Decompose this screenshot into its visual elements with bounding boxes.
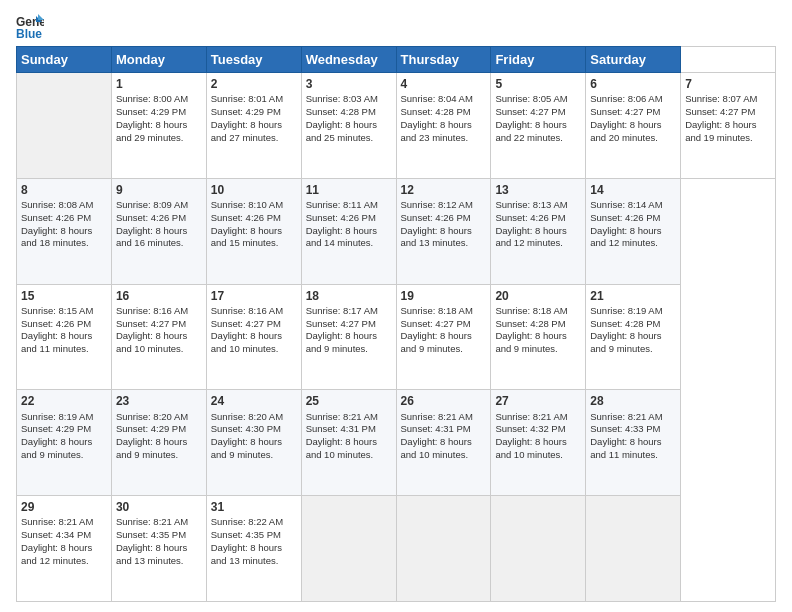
day-number: 4 (401, 76, 487, 92)
sunset-text: Sunset: 4:35 PM (211, 529, 281, 540)
calendar-cell: 25Sunrise: 8:21 AMSunset: 4:31 PMDayligh… (301, 390, 396, 496)
daylight-text: Daylight: 8 hours and 10 minutes. (306, 436, 377, 460)
sunset-text: Sunset: 4:29 PM (116, 423, 186, 434)
calendar-cell: 9Sunrise: 8:09 AMSunset: 4:26 PMDaylight… (111, 178, 206, 284)
sunrise-text: Sunrise: 8:20 AM (116, 411, 188, 422)
sunrise-text: Sunrise: 8:00 AM (116, 93, 188, 104)
calendar-cell: 23Sunrise: 8:20 AMSunset: 4:29 PMDayligh… (111, 390, 206, 496)
calendar-cell: 18Sunrise: 8:17 AMSunset: 4:27 PMDayligh… (301, 284, 396, 390)
weekday-header-tuesday: Tuesday (206, 47, 301, 73)
day-number: 8 (21, 182, 107, 198)
sunset-text: Sunset: 4:31 PM (401, 423, 471, 434)
sunrise-text: Sunrise: 8:09 AM (116, 199, 188, 210)
sunrise-text: Sunrise: 8:10 AM (211, 199, 283, 210)
daylight-text: Daylight: 8 hours and 22 minutes. (495, 119, 566, 143)
sunset-text: Sunset: 4:26 PM (495, 212, 565, 223)
calendar-cell (301, 496, 396, 602)
sunset-text: Sunset: 4:26 PM (590, 212, 660, 223)
calendar-cell: 7Sunrise: 8:07 AMSunset: 4:27 PMDaylight… (681, 73, 776, 179)
calendar-cell: 17Sunrise: 8:16 AMSunset: 4:27 PMDayligh… (206, 284, 301, 390)
day-number: 6 (590, 76, 676, 92)
daylight-text: Daylight: 8 hours and 9 minutes. (21, 436, 92, 460)
calendar-cell: 5Sunrise: 8:05 AMSunset: 4:27 PMDaylight… (491, 73, 586, 179)
daylight-text: Daylight: 8 hours and 13 minutes. (116, 542, 187, 566)
day-number: 12 (401, 182, 487, 198)
weekday-header-thursday: Thursday (396, 47, 491, 73)
daylight-text: Daylight: 8 hours and 27 minutes. (211, 119, 282, 143)
sunset-text: Sunset: 4:28 PM (401, 106, 471, 117)
daylight-text: Daylight: 8 hours and 13 minutes. (211, 542, 282, 566)
calendar-cell (586, 496, 681, 602)
sunrise-text: Sunrise: 8:07 AM (685, 93, 757, 104)
sunrise-text: Sunrise: 8:18 AM (495, 305, 567, 316)
calendar-cell: 14Sunrise: 8:14 AMSunset: 4:26 PMDayligh… (586, 178, 681, 284)
sunrise-text: Sunrise: 8:22 AM (211, 516, 283, 527)
sunrise-text: Sunrise: 8:19 AM (21, 411, 93, 422)
calendar-cell: 12Sunrise: 8:12 AMSunset: 4:26 PMDayligh… (396, 178, 491, 284)
calendar-cell: 30Sunrise: 8:21 AMSunset: 4:35 PMDayligh… (111, 496, 206, 602)
calendar-cell: 2Sunrise: 8:01 AMSunset: 4:29 PMDaylight… (206, 73, 301, 179)
daylight-text: Daylight: 8 hours and 9 minutes. (116, 436, 187, 460)
day-number: 13 (495, 182, 581, 198)
daylight-text: Daylight: 8 hours and 16 minutes. (116, 225, 187, 249)
daylight-text: Daylight: 8 hours and 9 minutes. (306, 330, 377, 354)
sunset-text: Sunset: 4:30 PM (211, 423, 281, 434)
sunrise-text: Sunrise: 8:20 AM (211, 411, 283, 422)
sunrise-text: Sunrise: 8:21 AM (401, 411, 473, 422)
day-number: 11 (306, 182, 392, 198)
daylight-text: Daylight: 8 hours and 14 minutes. (306, 225, 377, 249)
sunrise-text: Sunrise: 8:12 AM (401, 199, 473, 210)
sunset-text: Sunset: 4:27 PM (211, 318, 281, 329)
calendar-week-row: 15Sunrise: 8:15 AMSunset: 4:26 PMDayligh… (17, 284, 776, 390)
calendar-cell: 15Sunrise: 8:15 AMSunset: 4:26 PMDayligh… (17, 284, 112, 390)
calendar-cell: 11Sunrise: 8:11 AMSunset: 4:26 PMDayligh… (301, 178, 396, 284)
calendar-cell: 24Sunrise: 8:20 AMSunset: 4:30 PMDayligh… (206, 390, 301, 496)
sunset-text: Sunset: 4:26 PM (21, 318, 91, 329)
sunset-text: Sunset: 4:32 PM (495, 423, 565, 434)
calendar-week-row: 29Sunrise: 8:21 AMSunset: 4:34 PMDayligh… (17, 496, 776, 602)
sunrise-text: Sunrise: 8:08 AM (21, 199, 93, 210)
daylight-text: Daylight: 8 hours and 10 minutes. (401, 436, 472, 460)
calendar-cell: 3Sunrise: 8:03 AMSunset: 4:28 PMDaylight… (301, 73, 396, 179)
calendar-cell: 28Sunrise: 8:21 AMSunset: 4:33 PMDayligh… (586, 390, 681, 496)
sunset-text: Sunset: 4:33 PM (590, 423, 660, 434)
day-number: 7 (685, 76, 771, 92)
calendar-cell: 13Sunrise: 8:13 AMSunset: 4:26 PMDayligh… (491, 178, 586, 284)
daylight-text: Daylight: 8 hours and 11 minutes. (590, 436, 661, 460)
weekday-header-row: SundayMondayTuesdayWednesdayThursdayFrid… (17, 47, 776, 73)
day-number: 19 (401, 288, 487, 304)
sunrise-text: Sunrise: 8:13 AM (495, 199, 567, 210)
day-number: 25 (306, 393, 392, 409)
daylight-text: Daylight: 8 hours and 10 minutes. (211, 330, 282, 354)
calendar-cell: 1Sunrise: 8:00 AMSunset: 4:29 PMDaylight… (111, 73, 206, 179)
day-number: 21 (590, 288, 676, 304)
sunset-text: Sunset: 4:28 PM (306, 106, 376, 117)
header: General Blue (16, 12, 776, 40)
calendar-cell: 10Sunrise: 8:10 AMSunset: 4:26 PMDayligh… (206, 178, 301, 284)
calendar-cell: 6Sunrise: 8:06 AMSunset: 4:27 PMDaylight… (586, 73, 681, 179)
sunrise-text: Sunrise: 8:21 AM (116, 516, 188, 527)
daylight-text: Daylight: 8 hours and 10 minutes. (116, 330, 187, 354)
weekday-header-sunday: Sunday (17, 47, 112, 73)
calendar-cell: 26Sunrise: 8:21 AMSunset: 4:31 PMDayligh… (396, 390, 491, 496)
sunset-text: Sunset: 4:26 PM (116, 212, 186, 223)
sunset-text: Sunset: 4:28 PM (495, 318, 565, 329)
day-number: 15 (21, 288, 107, 304)
sunset-text: Sunset: 4:26 PM (211, 212, 281, 223)
sunrise-text: Sunrise: 8:04 AM (401, 93, 473, 104)
daylight-text: Daylight: 8 hours and 25 minutes. (306, 119, 377, 143)
day-number: 23 (116, 393, 202, 409)
sunset-text: Sunset: 4:27 PM (685, 106, 755, 117)
day-number: 24 (211, 393, 297, 409)
logo-icon: General Blue (16, 12, 44, 40)
sunrise-text: Sunrise: 8:21 AM (306, 411, 378, 422)
sunrise-text: Sunrise: 8:21 AM (21, 516, 93, 527)
calendar-week-row: 22Sunrise: 8:19 AMSunset: 4:29 PMDayligh… (17, 390, 776, 496)
sunrise-text: Sunrise: 8:17 AM (306, 305, 378, 316)
daylight-text: Daylight: 8 hours and 12 minutes. (495, 225, 566, 249)
sunrise-text: Sunrise: 8:11 AM (306, 199, 378, 210)
day-number: 3 (306, 76, 392, 92)
calendar-cell: 8Sunrise: 8:08 AMSunset: 4:26 PMDaylight… (17, 178, 112, 284)
weekday-header-monday: Monday (111, 47, 206, 73)
day-number: 18 (306, 288, 392, 304)
